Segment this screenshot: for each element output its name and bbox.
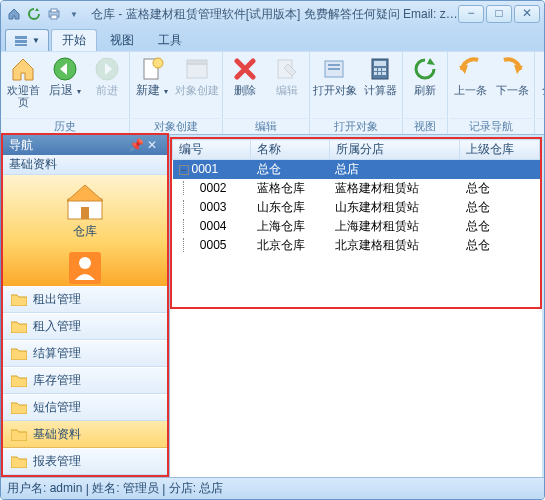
svg-rect-22	[378, 72, 381, 75]
status-name: 姓名: 管理员	[92, 480, 159, 497]
status-branch: 分店: 总店	[169, 480, 224, 497]
group-view-label: 视图	[405, 118, 445, 134]
ribbon-tab-bar: ▼ 开始 视图 工具	[1, 27, 544, 51]
svg-rect-15	[328, 68, 340, 70]
quick-access-toolbar: ▼	[5, 5, 83, 23]
status-bar: 用户名: admin | 姓名: 管理员 | 分店: 总店	[1, 477, 544, 499]
window-title: 仓库 - 蓝格建材租赁管理软件[试用版本] 免费解答任何疑问 Email: zu…	[91, 6, 458, 23]
svg-point-9	[153, 58, 163, 68]
svg-rect-21	[374, 72, 377, 75]
table-row[interactable]: −0001 总仓总店	[173, 160, 540, 179]
group-objcreate-label: 对象创建	[132, 118, 220, 134]
sidebar-item-customer[interactable]: 客户	[65, 248, 105, 286]
svg-rect-18	[374, 68, 377, 71]
svg-rect-23	[382, 72, 386, 75]
svg-rect-19	[378, 68, 381, 71]
svg-rect-20	[382, 68, 386, 71]
search-button[interactable]: 全文搜索 ▾	[537, 54, 545, 118]
svg-rect-5	[15, 44, 27, 46]
minimize-button[interactable]: −	[458, 5, 484, 23]
tab-tools[interactable]: 工具	[147, 29, 193, 51]
svg-point-31	[79, 257, 91, 269]
group-edit-label: 编辑	[225, 118, 307, 134]
table-header-row: 编号 名称 所属分店 上级仓库	[173, 140, 540, 160]
close-button[interactable]: ✕	[514, 5, 540, 23]
sidebar-cat-rent-out[interactable]: 租出管理	[3, 286, 167, 313]
tree-collapse-icon[interactable]: −	[179, 165, 189, 175]
qat-dropdown-icon[interactable]: ▼	[65, 5, 83, 23]
svg-rect-14	[328, 64, 340, 66]
sidebar-cat-settlement[interactable]: 结算管理	[3, 340, 167, 367]
forward-button[interactable]: 前进	[87, 54, 127, 118]
svg-rect-10	[187, 64, 207, 78]
sidebar-title-bar: 导航 📌 ✕	[1, 133, 169, 155]
col-id[interactable]: 编号	[173, 140, 251, 160]
sidebar-category-list: 租出管理 租入管理 结算管理 库存管理 短信管理 基础资料 报表管理	[3, 286, 167, 475]
sidebar-close-icon[interactable]: ✕	[147, 138, 161, 152]
table-row[interactable]: 0004 上海仓库上海建材租赁站总仓	[173, 217, 540, 236]
title-bar: ▼ 仓库 - 蓝格建材租赁管理软件[试用版本] 免费解答任何疑问 Email: …	[1, 1, 544, 27]
tab-start[interactable]: 开始	[51, 29, 97, 51]
new-button[interactable]: 新建 ▾	[132, 54, 172, 118]
edit-button[interactable]: 编辑	[267, 54, 307, 118]
empty-area	[170, 309, 542, 477]
data-grid[interactable]: 编号 名称 所属分店 上级仓库 −0001 总仓总店 0002	[170, 137, 542, 309]
main-content: 编号 名称 所属分店 上级仓库 −0001 总仓总店 0002	[169, 135, 544, 477]
sidebar-item-warehouse[interactable]: 仓库	[65, 181, 105, 248]
back-button[interactable]: 后退 ▾	[45, 54, 85, 118]
table-row[interactable]: 0003 山东仓库山东建材租赁站总仓	[173, 198, 540, 217]
sidebar-cat-stock[interactable]: 库存管理	[3, 367, 167, 394]
sidebar-title-text: 导航	[9, 137, 33, 154]
tab-view[interactable]: 视图	[99, 29, 145, 51]
ribbon: 欢迎首页 后退 ▾ 前进 历史 新建 ▾ 对象创建 对象创建 删除 编辑 编辑 …	[1, 51, 544, 135]
home-button[interactable]: 欢迎首页	[3, 54, 43, 118]
group-history-label: 历史	[3, 118, 127, 134]
table-row[interactable]: 0002 蓝格仓库蓝格建材租赁站总仓	[173, 179, 540, 198]
sidebar-cat-base[interactable]: 基础资料	[3, 421, 167, 448]
group-nav-label: 记录导航	[450, 118, 532, 134]
svg-rect-29	[81, 207, 89, 219]
svg-rect-4	[15, 40, 27, 43]
col-name[interactable]: 名称	[251, 140, 329, 160]
app-menu[interactable]: ▼	[5, 29, 49, 51]
status-user: 用户名: admin	[7, 480, 82, 497]
svg-rect-1	[51, 9, 57, 12]
next-record-button[interactable]: 下一条	[492, 54, 532, 118]
col-parent[interactable]: 上级仓库	[460, 140, 540, 160]
delete-button[interactable]: 删除	[225, 54, 265, 118]
calculator-button[interactable]: 计算器	[360, 54, 400, 118]
refresh-button[interactable]: 刷新	[405, 54, 445, 118]
table-row[interactable]: 0005 北京仓库北京建格租赁站总仓	[173, 236, 540, 255]
svg-rect-3	[15, 36, 27, 39]
svg-rect-2	[51, 15, 57, 19]
nav-sidebar: 导航 📌 ✕ 基础资料 仓库 客户 租出管理 租入管理 结算管理	[1, 135, 169, 477]
home-icon[interactable]	[5, 5, 23, 23]
svg-rect-11	[187, 60, 207, 64]
sidebar-section-header[interactable]: 基础资料	[3, 155, 167, 175]
sidebar-featured: 仓库 客户	[3, 175, 167, 286]
group-open-label: 打开对象	[312, 118, 400, 134]
print-icon[interactable]	[45, 5, 63, 23]
sidebar-cat-sms[interactable]: 短信管理	[3, 394, 167, 421]
object-create-button[interactable]: 对象创建	[174, 54, 220, 118]
pin-icon[interactable]: 📌	[129, 138, 143, 152]
col-branch[interactable]: 所属分店	[329, 140, 460, 160]
prev-record-button[interactable]: 上一条	[450, 54, 490, 118]
sidebar-cat-report[interactable]: 报表管理	[3, 448, 167, 475]
maximize-button[interactable]: □	[486, 5, 512, 23]
group-other-label	[537, 118, 545, 134]
svg-rect-17	[374, 61, 386, 66]
open-object-button[interactable]: 打开对象	[312, 54, 358, 118]
sidebar-cat-rent-in[interactable]: 租入管理	[3, 313, 167, 340]
refresh-icon[interactable]	[25, 5, 43, 23]
